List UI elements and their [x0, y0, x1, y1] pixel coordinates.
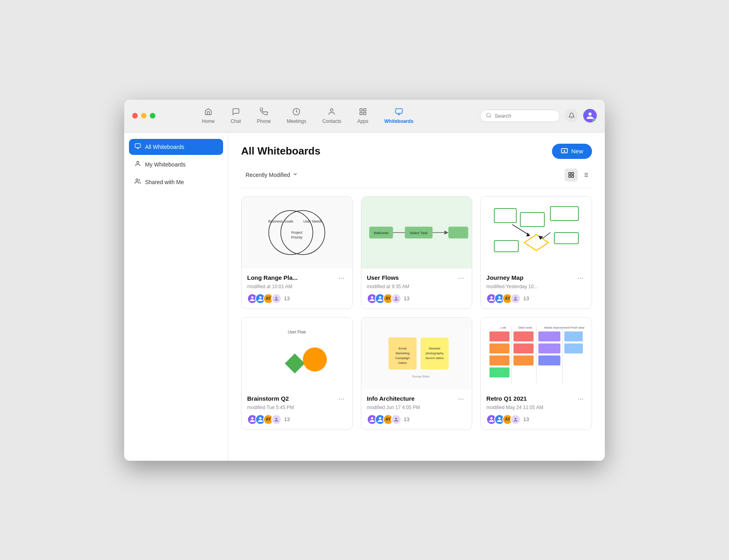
svg-point-55: [303, 347, 327, 371]
svg-rect-79: [514, 355, 534, 365]
avatar-6-4: [510, 414, 521, 425]
svg-rect-73: [489, 331, 509, 341]
tab-contacts-label: Contacts: [322, 118, 341, 124]
whiteboard-card-1[interactable]: Business Goals User Needs Project Priori…: [241, 196, 353, 309]
card-title-2: User Flows: [367, 274, 399, 281]
card-info-2: User Flows ··· modified at 9:35 AM AY: [361, 269, 472, 309]
svg-rect-78: [514, 343, 534, 353]
svg-line-10: [490, 116, 491, 117]
sidebar: All Whiteboards My Whiteboards Shared wi…: [124, 132, 228, 461]
sidebar-item-all-whiteboards[interactable]: All Whiteboards: [129, 139, 223, 155]
tab-chat-label: Chat: [231, 118, 241, 124]
my-whiteboards-icon: [135, 161, 141, 169]
view-toggles: [565, 169, 592, 181]
svg-text:Marketing: Marketing: [395, 351, 409, 355]
whiteboard-card-4[interactable]: User Flow Brainstorm Q2 ··· modified Tu: [241, 317, 353, 430]
card-info-6: Retro Q1 2021 ··· modified May 24 11:05 …: [481, 389, 592, 430]
svg-rect-51: [554, 233, 578, 244]
svg-rect-43: [494, 209, 516, 223]
avatar-5-4: [391, 414, 401, 425]
whiteboard-card-3[interactable]: Journey Map ··· modified Yesterday 10...: [480, 196, 592, 309]
svg-rect-20: [572, 173, 574, 175]
svg-text:Thomas Editor: Thomas Editor: [411, 375, 430, 378]
card-date-5: modified Jun 17 4:05 PM: [367, 405, 467, 410]
user-avatar[interactable]: [583, 109, 597, 122]
nav-right: [480, 109, 597, 122]
notification-button[interactable]: [565, 109, 578, 122]
svg-rect-37: [448, 227, 468, 239]
sidebar-item-shared-label: Shared with Me: [145, 179, 184, 185]
card-title-5: Info Architecture: [367, 395, 415, 402]
svg-rect-19: [569, 173, 571, 175]
card-title-4: Brainstorm Q2: [247, 395, 289, 402]
card-avatars-2: AY 13: [367, 293, 467, 304]
whiteboard-card-5[interactable]: Email Marketing Campaign Dates Website p…: [361, 317, 473, 430]
svg-marker-54: [285, 353, 305, 373]
avatar-3-4: [510, 293, 521, 304]
svg-rect-52: [494, 241, 518, 252]
card-more-3[interactable]: ···: [575, 273, 586, 282]
card-date-6: modified May 24 11:05 AM: [486, 405, 586, 410]
avatar-count-4: 13: [284, 416, 290, 422]
new-button-label: New: [571, 148, 583, 155]
new-button[interactable]: New: [552, 144, 592, 159]
tab-meetings-label: Meetings: [287, 118, 306, 124]
tab-home[interactable]: Home: [195, 105, 222, 126]
nav-tabs: Home Chat Phone Meetings: [135, 105, 480, 126]
svg-rect-81: [538, 343, 560, 353]
list-view-button[interactable]: [579, 169, 592, 181]
tab-phone[interactable]: Phone: [250, 105, 278, 126]
card-more-6[interactable]: ···: [575, 394, 586, 403]
card-preview-1: Business Goals User Needs Project Priori…: [242, 197, 352, 269]
svg-rect-82: [538, 355, 560, 365]
tab-contacts[interactable]: Contacts: [315, 105, 348, 126]
whiteboard-card-2[interactable]: Welcome Select Task User Flows ··· modif…: [361, 196, 473, 309]
avatar-count-6: 13: [523, 416, 529, 422]
search-input[interactable]: [495, 113, 554, 119]
card-more-2[interactable]: ···: [455, 273, 466, 282]
whiteboards-grid: Business Goals User Needs Project Priori…: [241, 196, 592, 430]
card-title-3: Journey Map: [486, 274, 524, 281]
avatar-count-5: 13: [404, 416, 409, 422]
tab-chat[interactable]: Chat: [224, 105, 248, 126]
svg-rect-6: [395, 108, 402, 113]
svg-text:Fresh Ideas: Fresh Ideas: [570, 326, 584, 329]
sidebar-item-shared-with-me[interactable]: Shared with Me: [129, 174, 223, 190]
svg-text:Didn't work: Didn't work: [518, 326, 532, 329]
svg-text:photography: photography: [426, 351, 443, 355]
avatar-count-3: 13: [523, 295, 529, 301]
card-more-5[interactable]: ···: [455, 394, 466, 403]
avatar-4-4: [271, 414, 282, 425]
svg-text:Priority: Priority: [291, 235, 303, 239]
tab-whiteboards[interactable]: Whiteboards: [377, 105, 421, 126]
svg-text:Email: Email: [399, 347, 407, 350]
contacts-icon: [328, 108, 336, 117]
sort-dropdown[interactable]: Recently Modified: [241, 169, 302, 181]
apps-icon: [359, 108, 367, 117]
svg-rect-11: [135, 144, 140, 147]
search-bar[interactable]: [480, 110, 560, 122]
svg-rect-80: [538, 331, 560, 341]
card-info-3: Journey Map ··· modified Yesterday 10...: [481, 269, 592, 309]
card-preview-6: 1 wk Didn't work Needs Improvement Fresh…: [481, 317, 592, 389]
app-window: Home Chat Phone Meetings: [124, 100, 605, 461]
card-title-1: Long Range Pla...: [247, 274, 298, 281]
svg-text:Select Task: Select Task: [409, 231, 428, 235]
svg-rect-77: [514, 331, 534, 341]
card-more-4[interactable]: ···: [336, 394, 347, 403]
tab-meetings[interactable]: Meetings: [280, 105, 314, 126]
sidebar-item-my-whiteboards[interactable]: My Whiteboards: [129, 157, 223, 173]
svg-text:User Needs: User Needs: [304, 219, 323, 223]
whiteboard-card-6[interactable]: 1 wk Didn't work Needs Improvement Fresh…: [480, 317, 592, 430]
grid-view-button[interactable]: [565, 169, 578, 181]
svg-rect-22: [569, 175, 571, 177]
card-avatars-4: AY 13: [247, 414, 347, 425]
svg-rect-4: [363, 112, 366, 114]
svg-rect-83: [564, 331, 583, 341]
card-more-1[interactable]: ···: [336, 273, 347, 282]
tab-apps[interactable]: Apps: [350, 105, 375, 126]
svg-rect-74: [489, 343, 509, 353]
tab-home-label: Home: [202, 118, 215, 124]
online-status-dot: [593, 118, 596, 122]
svg-point-14: [137, 161, 139, 163]
